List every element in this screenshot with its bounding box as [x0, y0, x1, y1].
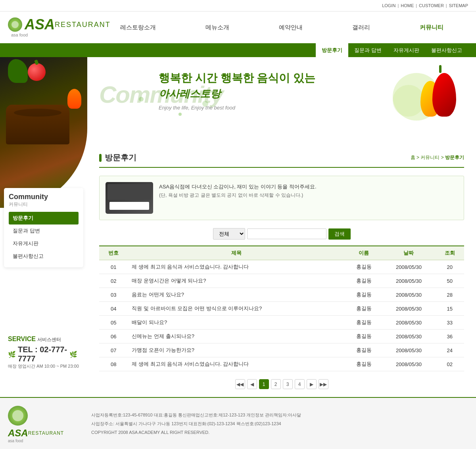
cell-title[interactable]: 가맹점 오픈이 가능한가요?	[128, 343, 345, 357]
breadcrumb-home[interactable]: 홈	[411, 155, 415, 160]
home-link[interactable]: HOME	[401, 3, 414, 8]
nav-menu[interactable]: 메뉴소개	[200, 22, 235, 33]
login-link[interactable]: LOGIN	[382, 3, 395, 8]
sidebar-item-board[interactable]: 자유게시판	[9, 237, 79, 250]
cell-name: 홍길동	[345, 260, 382, 274]
nav-reservation[interactable]: 예약안내	[273, 22, 309, 33]
service-title: SERVICE	[8, 336, 36, 342]
notice-text-2: (단, 욕설 비방 광고 글은 별도의 공지 없이 바로 삭제할 수 있습니다.…	[159, 191, 317, 200]
sidebar: Community 커뮤니티 방문후기 질문과 답변 자유게시판 불편사항신고 …	[0, 57, 87, 397]
page-button-2[interactable]: 2	[271, 379, 281, 389]
cell-date: 2008/05/30	[382, 330, 435, 343]
notice-text-1: ASA음식점에 다녀오신 소감이나, 재미 있는 이야기 등을 적어주세요.	[159, 182, 317, 191]
customer-link[interactable]: CUSTOMER	[419, 3, 444, 8]
subnav-visit[interactable]: 방문후기	[316, 43, 348, 57]
table-row: 05 배달이 되나요? 홍길동 2008/05/30 33	[99, 316, 464, 330]
data-table: 번호 제목 이름 날짜 조회 01 제 생에 최고의 음식과 서비스였습니다. …	[99, 246, 464, 371]
table-row: 07 가맹점 오픈이 가능한가요? 홍길동 2008/05/30 24	[99, 343, 464, 357]
footer-info-line-3: COPYRIGHT 2008 ASA ACADEMY ALL RIGHT RES…	[91, 429, 468, 437]
notice-box: ASA음식점에 다녀오신 소감이나, 재미 있는 이야기 등을 적어주세요. (…	[99, 176, 464, 220]
notice-text: ASA음식점에 다녀오신 소감이나, 재미 있는 이야기 등을 적어주세요. (…	[159, 182, 317, 200]
cell-views: 24	[435, 343, 464, 357]
cell-date: 2008/05/30	[382, 260, 435, 274]
footer-logo-sub: asa food	[8, 439, 23, 443]
cell-date: 2008/05/30	[382, 302, 435, 316]
sidebar-item-visit[interactable]: 방문후기	[9, 212, 79, 224]
cell-date: 2008/05/30	[382, 343, 435, 357]
col-views: 조회	[435, 246, 464, 260]
cell-title[interactable]: 신메뉴는 언제 출시되나요?	[128, 330, 345, 343]
search-input[interactable]	[247, 228, 326, 239]
col-name: 이름	[345, 246, 382, 260]
cell-no: 04	[99, 302, 128, 316]
footer-logo: ASA RESTAURANT asa food	[8, 406, 79, 443]
footer-info-line-1: 사업자등록번호:123-45-678910 대표:홍길동 통신판매업신고번호:제…	[91, 411, 468, 419]
logo-subtext: asa food	[11, 33, 28, 37]
service-box: SERVICE 서비스센터 🌿 TEL : 02-777-7777 🌿 매장 영…	[8, 336, 79, 369]
table-header-row: 번호 제목 이름 날짜 조회	[99, 246, 464, 260]
cell-no: 02	[99, 274, 128, 288]
subnav-qa[interactable]: 질문과 답변	[348, 43, 388, 57]
col-date: 날짜	[382, 246, 435, 260]
page-title-text: 방문후기	[105, 152, 136, 163]
page-button-3[interactable]: 3	[283, 379, 293, 389]
breadcrumb-separator: >	[416, 155, 420, 160]
cell-name: 홍길동	[345, 357, 382, 371]
main-navigation: 레스토랑소개 메뉴소개 예약안내 갤러리 커뮤니티	[95, 12, 468, 43]
nav-gallery[interactable]: 갤러리	[346, 22, 376, 33]
breadcrumb-community[interactable]: 커뮤니티	[420, 155, 440, 160]
nav-separator: |	[416, 3, 417, 8]
search-select[interactable]: 전체 제목 내용 작성자	[213, 228, 245, 240]
sitemap-link[interactable]: SITEMAP	[449, 3, 468, 8]
carrot-icon	[67, 89, 81, 109]
next-page-button[interactable]: ▶	[307, 379, 317, 389]
nav-restaurant[interactable]: 레스토랑소개	[114, 22, 162, 33]
cell-title[interactable]: 제 생에 최고의 음식과 서비스였습니다. 감사합니다	[128, 260, 345, 274]
deco-dot	[178, 113, 182, 116]
service-subtitle: 서비스센터	[37, 337, 61, 342]
cell-title[interactable]: 배달이 되나요?	[128, 316, 345, 330]
hero-title-line1: 행복한 시간 행복한 음식이 있는	[159, 71, 315, 85]
hero-subtitle: Enjoy the life, Enjoy the best food	[159, 105, 235, 111]
prev-page-button[interactable]: ◀	[247, 379, 257, 389]
logo-area: ASA RESTAURANT asa food	[8, 17, 95, 37]
cell-views: 36	[435, 330, 464, 343]
notice-image	[106, 182, 153, 214]
pagination: ◀◀ ◀ 1 2 3 4 ▶ ▶▶	[99, 379, 464, 389]
cell-no: 06	[99, 330, 128, 343]
tomato-icon	[28, 63, 46, 81]
page-button-1[interactable]: 1	[259, 379, 269, 389]
cell-date: 2008/05/30	[382, 316, 435, 330]
logo-asa-text: ASA	[25, 17, 55, 32]
subnav-complaint[interactable]: 불편사항신고	[425, 43, 468, 57]
pepper-stem	[439, 65, 441, 73]
sidebar-item-qa[interactable]: 질문과 답변	[9, 224, 79, 237]
nav-community[interactable]: 커뮤니티	[414, 22, 449, 33]
cell-title[interactable]: 음료는 어떤게 있나요?	[128, 288, 345, 302]
search-button[interactable]: 검색	[328, 228, 351, 240]
cell-name: 홍길동	[345, 288, 382, 302]
meat-icon	[6, 105, 69, 144]
community-panel: Community 커뮤니티 방문후기 질문과 답변 자유게시판 불편사항신고	[4, 188, 83, 267]
leaf-icon-right: 🌿	[69, 351, 77, 358]
table-row: 04 직원 및 아르바이트 모집은 어떤 방식으로 이루어지나요? 홍길동 20…	[99, 302, 464, 316]
content-wrapper: Community 커뮤니티 방문후기 질문과 답변 자유게시판 불편사항신고 …	[0, 57, 476, 397]
hero-area: Community 행복한 시간 행복한 음식이 있는 아사레스토랑 Enjoy…	[99, 65, 464, 144]
last-page-button[interactable]: ▶▶	[319, 379, 328, 389]
cell-no: 07	[99, 343, 128, 357]
subnav-board[interactable]: 자유게시판	[388, 43, 425, 57]
cell-views: 02	[435, 357, 464, 371]
cell-date: 2008/05/30	[382, 274, 435, 288]
search-bar: 전체 제목 내용 작성자 검색	[99, 228, 464, 240]
breadcrumb-separator: >	[441, 155, 445, 160]
food-background	[0, 57, 87, 208]
sidebar-item-complaint[interactable]: 불편사항신고	[9, 250, 79, 263]
page-button-4[interactable]: 4	[295, 379, 305, 389]
footer-logo-restaurant: RESTAURANT	[28, 430, 64, 436]
cell-title[interactable]: 제 생에 최고의 음식과 서비스였습니다. 감사합니다	[128, 357, 345, 371]
first-page-button[interactable]: ◀◀	[235, 379, 245, 389]
cell-title[interactable]: 매장 운영시간은 어떻게 되나요?	[128, 274, 345, 288]
cell-title[interactable]: 직원 및 아르바이트 모집은 어떤 방식으로 이루어지나요?	[128, 302, 345, 316]
footer-logo-asa: ASA	[8, 428, 28, 439]
cell-date: 2008/05/30	[382, 288, 435, 302]
